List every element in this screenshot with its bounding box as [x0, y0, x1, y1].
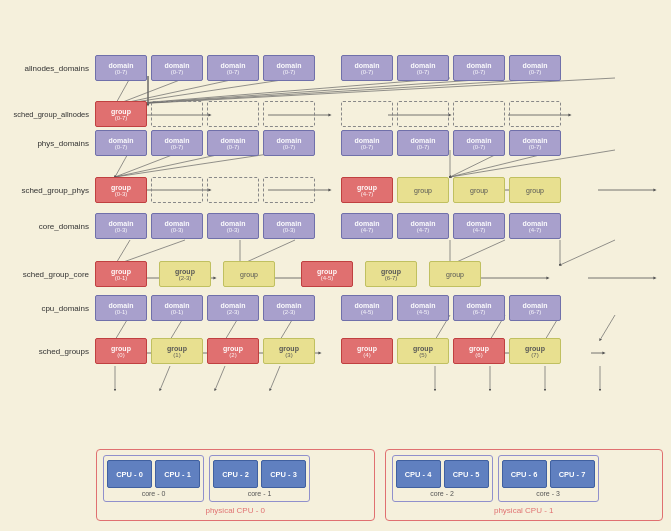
core-domain-4-7-1: domain (4-7) [341, 213, 393, 239]
sg-phys-4-7: group (4-7) [341, 177, 393, 203]
domain-box-0-7-5: domain (0-7) [341, 55, 393, 81]
cpu-domain-4-5-2: domain (4-5) [397, 295, 449, 321]
cpu-domains-content: domain (0-1) domain (0-1) domain (2-3) d… [95, 295, 671, 321]
cpu-5-box: CPU - 5 [444, 460, 489, 488]
cpu-section: CPU - 0 CPU - 1 core - 0 CPU - 2 CPU - 3… [96, 449, 663, 521]
sg-phys-light-1: group [397, 177, 449, 203]
dashed-group-6 [453, 101, 505, 127]
core-0-group: CPU - 0 CPU - 1 core - 0 [103, 455, 204, 502]
cpu-1-box: CPU - 1 [155, 460, 200, 488]
domain-box-0-7-8: domain (0-7) [509, 55, 561, 81]
core-domain-0-3-2: domain (0-3) [151, 213, 203, 239]
physical-cpu-1-label: physical CPU - 1 [392, 506, 657, 515]
allnodes-domains-content: domain (0-7) domain (0-7) domain (0-7) d… [95, 55, 671, 81]
cpu-domains-label: cpu_domains [0, 304, 95, 313]
cpu-3-box: CPU - 3 [261, 460, 306, 488]
core-1-cpus: CPU - 2 CPU - 3 [213, 460, 306, 488]
sg-6: group (6) [453, 338, 505, 364]
sg-core-dash-2: group [429, 261, 481, 287]
cpu-6-box: CPU - 6 [502, 460, 547, 488]
sg-1: group (1) [151, 338, 203, 364]
sched-group-allnodes-content: group (0-7) [95, 101, 671, 127]
phys-domain-8: domain (0-7) [509, 130, 561, 156]
sg-core-4-5: group (4-5) [301, 261, 353, 287]
group-box-0-7-1: group (0-7) [95, 101, 147, 127]
cpu-7-box: CPU - 7 [550, 460, 595, 488]
svg-line-55 [160, 366, 170, 390]
sg-phys-light-3: group [509, 177, 561, 203]
domain-box-0-7-4: domain (0-7) [263, 55, 315, 81]
domain-box-0-7-6: domain (0-7) [397, 55, 449, 81]
sched-groups-content: group (0) group (1) group (2) group (3) … [95, 338, 671, 364]
core-3-cpus: CPU - 6 CPU - 7 [502, 460, 595, 488]
svg-line-57 [270, 366, 280, 390]
domain-box-0-7-2: domain (0-7) [151, 55, 203, 81]
physical-cpu-0: CPU - 0 CPU - 1 core - 0 CPU - 2 CPU - 3… [96, 449, 375, 521]
allnodes-domains-label: allnodes_domains [0, 64, 95, 73]
phys-domain-6: domain (0-7) [397, 130, 449, 156]
core-domains-content: domain (0-3) domain (0-3) domain (0-3) d… [95, 213, 671, 239]
phys-domain-4: domain (0-7) [263, 130, 315, 156]
sched-group-allnodes-label: sched_group_allnodes [0, 110, 95, 119]
allnodes-domains-row: allnodes_domains domain (0-7) domain (0-… [0, 55, 671, 81]
core-2-cpus: CPU - 4 CPU - 5 [396, 460, 489, 488]
core-3-group: CPU - 6 CPU - 7 core - 3 [498, 455, 599, 502]
sg-2: group (2) [207, 338, 259, 364]
phys-domain-3: domain (0-7) [207, 130, 259, 156]
sg-7: group (7) [509, 338, 561, 364]
core-domain-4-7-3: domain (4-7) [453, 213, 505, 239]
domain-box-0-7-1: domain (0-7) [95, 55, 147, 81]
dashed-group-4 [341, 101, 393, 127]
core-2-group: CPU - 4 CPU - 5 core - 2 [392, 455, 493, 502]
core-domains-row: core_domains domain (0-3) domain (0-3) d… [0, 213, 671, 239]
core-3-label: core - 3 [502, 490, 595, 497]
sg-4: group (4) [341, 338, 393, 364]
svg-line-56 [215, 366, 225, 390]
cpu-domain-6-7-1: domain (6-7) [453, 295, 505, 321]
diagram-container: allnodes_domains domain (0-7) domain (0-… [0, 0, 671, 531]
sg-phys-light-2: group [453, 177, 505, 203]
phys-domain-1: domain (0-7) [95, 130, 147, 156]
sched-group-phys-row: sched_group_phys group (0-3) group (4-7)… [0, 177, 671, 203]
core-domain-0-3-1: domain (0-3) [95, 213, 147, 239]
sched-groups-label: sched_groups [0, 347, 95, 356]
dashed-group-7 [509, 101, 561, 127]
phys-domain-7: domain (0-7) [453, 130, 505, 156]
core-domain-4-7-4: domain (4-7) [509, 213, 561, 239]
domain-box-0-7-7: domain (0-7) [453, 55, 505, 81]
phys-domains-label: phys_domains [0, 139, 95, 148]
sg-3: group (3) [263, 338, 315, 364]
sg-5: group (5) [397, 338, 449, 364]
core-0-cpus: CPU - 0 CPU - 1 [107, 460, 200, 488]
sg-core-6-7: group (6-7) [365, 261, 417, 287]
sg-phys-0-3: group (0-3) [95, 177, 147, 203]
core-domain-0-3-3: domain (0-3) [207, 213, 259, 239]
cpu-4-box: CPU - 4 [396, 460, 441, 488]
cpu-2-box: CPU - 2 [213, 460, 258, 488]
physical-cpu-1-cores: CPU - 4 CPU - 5 core - 2 CPU - 6 CPU - 7… [392, 455, 657, 502]
dashed-group-5 [397, 101, 449, 127]
phys-domains-row: phys_domains domain (0-7) domain (0-7) d… [0, 130, 671, 156]
sched-group-phys-label: sched_group_phys [0, 186, 95, 195]
phys-domain-5: domain (0-7) [341, 130, 393, 156]
core-domains-label: core_domains [0, 222, 95, 231]
sched-group-core-row: sched_group_core group (0-1) group (2-3)… [0, 261, 671, 287]
cpu-domain-2-3-1: domain (2-3) [207, 295, 259, 321]
dashed-group-1 [151, 101, 203, 127]
cpu-domain-0-1-1: domain (0-1) [95, 295, 147, 321]
physical-cpu-0-label: physical CPU - 0 [103, 506, 368, 515]
physical-cpu-0-cores: CPU - 0 CPU - 1 core - 0 CPU - 2 CPU - 3… [103, 455, 368, 502]
core-2-label: core - 2 [396, 490, 489, 497]
cpu-domains-row: cpu_domains domain (0-1) domain (0-1) do… [0, 295, 671, 321]
sg-phys-dash-3 [263, 177, 315, 203]
core-domain-0-3-4: domain (0-3) [263, 213, 315, 239]
physical-cpu-1: CPU - 4 CPU - 5 core - 2 CPU - 6 CPU - 7… [385, 449, 664, 521]
domain-box-0-7-3: domain (0-7) [207, 55, 259, 81]
phys-domain-2: domain (0-7) [151, 130, 203, 156]
cpu-0-box: CPU - 0 [107, 460, 152, 488]
sg-phys-dash-1 [151, 177, 203, 203]
sg-core-2-3: group (2-3) [159, 261, 211, 287]
sg-core-dash-1: group [223, 261, 275, 287]
core-1-group: CPU - 2 CPU - 3 core - 1 [209, 455, 310, 502]
phys-domains-content: domain (0-7) domain (0-7) domain (0-7) d… [95, 130, 671, 156]
